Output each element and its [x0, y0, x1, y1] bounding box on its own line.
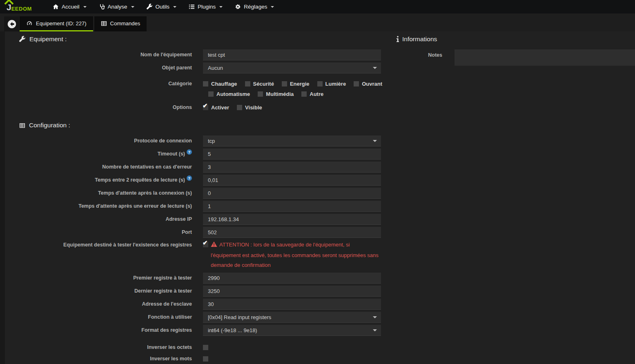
- equipment-form-column: Equipement : Nom de l'équipement Objet p…: [5, 31, 635, 364]
- field-label: Timeout (s): [5, 149, 192, 160]
- table-icon: [19, 122, 25, 129]
- field-label: Port: [5, 227, 192, 238]
- category-automatisme: Automatisme: [208, 91, 250, 97]
- checkbox[interactable]: [203, 345, 208, 350]
- tab-bar: Equipement (ID: 227) Commandes: [0, 13, 635, 31]
- field-adresse-esclave: Adresse de l'esclave: [5, 299, 635, 310]
- equipment-name-input[interactable]: [203, 49, 381, 60]
- nav-item-outils[interactable]: Outils: [140, 0, 183, 13]
- warning-triangle-icon: [211, 241, 217, 251]
- checkbox[interactable]: [354, 81, 359, 87]
- field-label: Premier registre à tester: [5, 273, 192, 284]
- tab-commandes[interactable]: Commandes: [94, 16, 147, 31]
- section-title: Informations: [402, 36, 437, 43]
- option-visible: Visible: [237, 104, 262, 111]
- checkbox[interactable]: [282, 81, 287, 87]
- category-ouvrant: Ouvrant: [354, 81, 382, 87]
- field-label: Options: [5, 102, 192, 113]
- tab-label: Equipement (ID: 227): [36, 20, 87, 27]
- nav-item-reglages[interactable]: Réglages: [229, 0, 280, 13]
- field-label: Fonction à utiliser: [5, 312, 192, 323]
- gear-icon: [235, 4, 241, 10]
- checkbox[interactable]: [237, 105, 242, 110]
- parent-object-select[interactable]: Aucun: [203, 62, 381, 73]
- field-categorie: Catégorie Chauffage Sécurité Energie Lum…: [5, 79, 635, 99]
- field-label: Notes: [392, 49, 442, 66]
- protocol-select[interactable]: tcp: [203, 135, 381, 146]
- caret-down-icon: [83, 6, 87, 8]
- configuration-form: Protocole de connexion tcp Timeout (s) N…: [5, 133, 635, 364]
- field-adresse-ip: Adresse IP: [5, 214, 635, 225]
- field-timeout: Timeout (s): [5, 149, 635, 160]
- field-label: Nombre de tentatives en cas d'erreur: [5, 162, 192, 173]
- register-format-select[interactable]: int64 (-9e18 ... 9e18): [203, 325, 381, 336]
- checkbox[interactable]: [245, 81, 250, 87]
- field-test-registres: Equipement destiné à tester l'existence …: [5, 240, 635, 270]
- info-icon: [396, 36, 399, 42]
- checkbox[interactable]: [301, 91, 307, 97]
- configuration-section-header: Configuration :: [5, 118, 635, 133]
- wait-after-connect-input[interactable]: [203, 188, 381, 199]
- field-fonction: Fonction à utiliser [0x04] Read input re…: [5, 312, 635, 323]
- field-attente-connexion: Temps d'attente après la connexion (s): [5, 188, 635, 199]
- checkbox[interactable]: [203, 356, 208, 362]
- field-options: Options Activer Visible: [5, 102, 635, 113]
- help-icon[interactable]: [187, 149, 192, 155]
- field-label: Temps d'attente après une erreur de lect…: [5, 201, 192, 212]
- informations-section-header: Informations: [392, 31, 635, 47]
- field-inverser-octets: Inverser les octets: [5, 342, 635, 353]
- field-label: Adresse IP: [5, 214, 192, 225]
- timeout-input[interactable]: [203, 149, 381, 160]
- option-activer: Activer: [203, 104, 229, 111]
- checkbox[interactable]: [208, 91, 214, 97]
- last-register-input[interactable]: [203, 286, 381, 297]
- checkbox[interactable]: [258, 91, 263, 97]
- field-inverser-mots: Inverser les mots: [5, 353, 635, 364]
- back-button[interactable]: [4, 16, 19, 31]
- function-select[interactable]: [0x04] Read input registers: [203, 312, 381, 323]
- retries-input[interactable]: [203, 162, 381, 173]
- ip-address-input[interactable]: [203, 214, 381, 225]
- read-interval-input[interactable]: [203, 175, 381, 186]
- nav-item-plugins[interactable]: Plugins: [183, 0, 229, 13]
- field-label: Protocole de connexion: [5, 135, 192, 146]
- tab-equipement[interactable]: Equipement (ID: 227): [20, 16, 93, 31]
- caret-down-icon: [373, 140, 377, 142]
- checkbox[interactable]: [203, 105, 208, 110]
- select-value: int64 (-9e18 ... 9e18): [208, 327, 257, 333]
- field-protocole: Protocole de connexion tcp: [5, 135, 635, 146]
- nav-label: Plugins: [198, 4, 216, 10]
- jeedom-logo[interactable]: J EEDOM: [4, 0, 38, 13]
- field-label: Objet parent: [5, 62, 192, 73]
- field-temps-requetes: Temps entre 2 requêtes de lecture (s): [5, 175, 635, 186]
- field-format: Format des registres int64 (-9e18 ... 9e…: [5, 325, 635, 336]
- nav-item-accueil[interactable]: Accueil: [47, 0, 93, 13]
- first-register-input[interactable]: [203, 273, 381, 284]
- field-label: Temps entre 2 requêtes de lecture (s): [5, 175, 192, 186]
- checkbox[interactable]: [203, 242, 208, 247]
- category-chauffage: Chauffage: [203, 81, 237, 87]
- informations-panel: Informations Notes: [392, 31, 635, 66]
- caret-down-icon: [373, 67, 377, 69]
- field-label: Dernier registre à tester: [5, 286, 192, 297]
- field-port: Port: [5, 227, 635, 238]
- notes-textarea[interactable]: [455, 49, 635, 66]
- checkbox[interactable]: [317, 81, 323, 87]
- section-title: Configuration :: [29, 122, 70, 129]
- logo-text: EEDOM: [11, 4, 32, 13]
- help-icon[interactable]: [187, 175, 192, 181]
- slave-address-input[interactable]: [203, 299, 381, 310]
- nav-label: Analyse: [108, 4, 127, 10]
- nav-item-analyse[interactable]: Analyse: [93, 0, 140, 13]
- checkbox[interactable]: [203, 81, 208, 87]
- top-navbar: J EEDOM Accueil Analyse Outils Plugins: [0, 0, 635, 13]
- main-content: Equipement : Nom de l'équipement Objet p…: [5, 31, 635, 364]
- field-tentatives: Nombre de tentatives en cas d'erreur: [5, 162, 635, 173]
- wait-after-error-input[interactable]: [203, 201, 381, 212]
- category-multimedia: Multimédia: [258, 91, 294, 97]
- port-input[interactable]: [203, 227, 381, 238]
- options-row: Activer Visible: [203, 102, 456, 113]
- table-icon: [101, 20, 107, 27]
- caret-down-icon: [173, 6, 176, 8]
- wrench-icon: [147, 4, 153, 10]
